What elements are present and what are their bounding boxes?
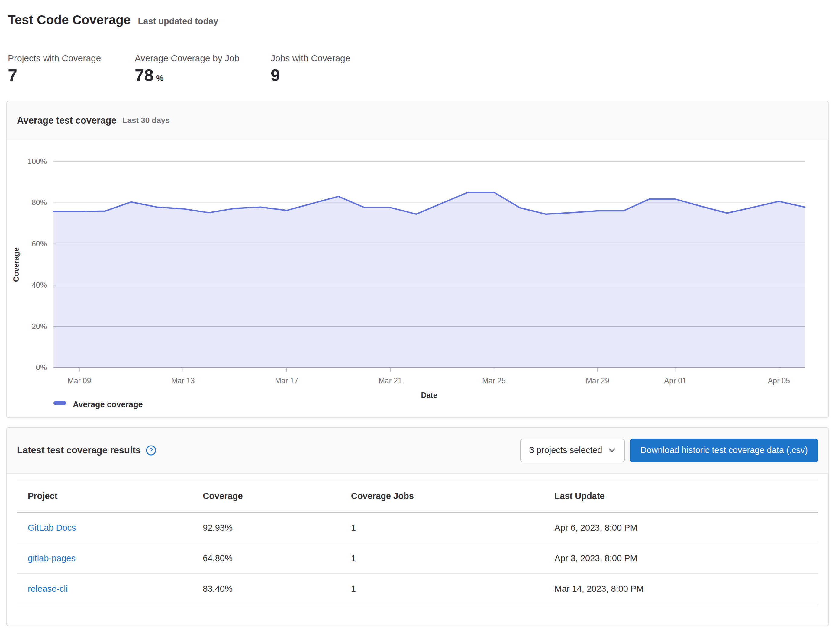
metric-label: Jobs with Coverage: [271, 53, 398, 63]
y-tick-label: 80%: [32, 198, 47, 207]
legend-swatch[interactable]: [54, 401, 66, 405]
y-tick-label: 0%: [36, 363, 47, 371]
y-axis-title: Coverage: [12, 247, 20, 282]
y-tick-label: 60%: [32, 239, 47, 248]
coverage-jobs-cell: 1: [346, 543, 550, 574]
coverage-cell: 64.80%: [198, 543, 346, 574]
chart-card-header: Average test coverage Last 30 days: [6, 102, 829, 140]
x-tick-label: Mar 29: [586, 376, 609, 385]
coverage-cell: 92.93%: [198, 512, 346, 543]
last-updated-text: Last updated today: [138, 16, 218, 26]
results-card-header: Latest test coverage results ? 3 project…: [6, 428, 829, 474]
column-header-coverage-jobs: Coverage Jobs: [346, 480, 550, 513]
x-tick-label: Apr 05: [768, 376, 790, 385]
results-table-wrap: Project Coverage Coverage Jobs Last Upda…: [6, 474, 829, 626]
projects-selected-label: 3 projects selected: [529, 445, 603, 455]
last-update-cell: Mar 14, 2023, 8:00 PM: [550, 574, 818, 604]
coverage-cell: 83.40%: [198, 574, 346, 604]
chart-card-title: Average test coverage: [17, 115, 117, 126]
question-mark-circle-icon[interactable]: ?: [146, 445, 156, 456]
coverage-area-chart[interactable]: 0%20%40%60%80%100%Mar 09Mar 13Mar 17Mar …: [6, 140, 829, 417]
column-header-project: Project: [17, 480, 198, 513]
results-card-title: Latest test coverage results: [17, 445, 141, 456]
project-link[interactable]: GitLab Docs: [28, 523, 76, 532]
column-header-coverage: Coverage: [198, 480, 346, 513]
results-controls: 3 projects selected Download historic te…: [520, 439, 818, 462]
chart-body: 0%20%40%60%80%100%Mar 09Mar 13Mar 17Mar …: [6, 140, 829, 417]
x-tick-label: Mar 13: [171, 376, 195, 385]
metric-jobs-with-coverage: Jobs with Coverage 9: [271, 53, 398, 84]
coverage-jobs-cell: 1: [346, 574, 550, 604]
metric-label: Average Coverage by Job: [135, 53, 271, 63]
metric-average-coverage-by-job: Average Coverage by Job 78 %: [135, 53, 271, 84]
page-header: Test Code Coverage Last updated today: [8, 13, 829, 27]
x-tick-label: Mar 09: [68, 376, 91, 385]
chart-card-subtitle: Last 30 days: [123, 116, 170, 125]
page-title: Test Code Coverage: [8, 13, 131, 27]
y-tick-label: 100%: [28, 157, 47, 165]
latest-results-card: Latest test coverage results ? 3 project…: [6, 427, 829, 626]
table-row: GitLab Docs 92.93% 1 Apr 6, 2023, 8:00 P…: [17, 512, 818, 543]
coverage-area-fill: [54, 192, 805, 367]
x-tick-label: Mar 17: [275, 376, 299, 385]
x-axis-title: Date: [421, 391, 437, 399]
metrics-row: Projects with Coverage 7 Average Coverag…: [8, 53, 829, 84]
column-header-last-update: Last Update: [550, 480, 818, 513]
svg-text:?: ?: [149, 447, 153, 454]
project-link[interactable]: release-cli: [28, 584, 68, 594]
metric-value: 78: [135, 66, 153, 84]
projects-selected-dropdown[interactable]: 3 projects selected: [520, 439, 625, 462]
download-csv-button[interactable]: Download historic test coverage data (.c…: [630, 439, 818, 462]
chevron-down-icon: [608, 448, 616, 453]
metric-label: Projects with Coverage: [8, 53, 135, 63]
average-test-coverage-card: Average test coverage Last 30 days 0%20%…: [6, 101, 829, 418]
last-update-cell: Apr 3, 2023, 8:00 PM: [550, 543, 818, 574]
x-tick-label: Mar 25: [482, 376, 506, 385]
project-link[interactable]: gitlab-pages: [28, 553, 76, 563]
legend-label[interactable]: Average coverage: [73, 400, 143, 409]
last-update-cell: Apr 6, 2023, 8:00 PM: [550, 512, 818, 543]
coverage-results-table: Project Coverage Coverage Jobs Last Upda…: [17, 480, 818, 604]
metric-suffix: %: [156, 74, 163, 83]
metric-projects-with-coverage: Projects with Coverage 7: [8, 53, 135, 84]
metric-value: 9: [271, 66, 280, 84]
x-tick-label: Apr 01: [664, 376, 686, 385]
test-code-coverage-page: Test Code Coverage Last updated today Pr…: [0, 0, 835, 626]
y-tick-label: 20%: [32, 322, 47, 330]
table-row: gitlab-pages 64.80% 1 Apr 3, 2023, 8:00 …: [17, 543, 818, 574]
coverage-jobs-cell: 1: [346, 512, 550, 543]
table-row: release-cli 83.40% 1 Mar 14, 2023, 8:00 …: [17, 574, 818, 604]
metric-value: 7: [8, 66, 17, 84]
table-header-row: Project Coverage Coverage Jobs Last Upda…: [17, 480, 818, 513]
y-tick-label: 40%: [32, 281, 47, 289]
x-tick-label: Mar 21: [379, 376, 402, 385]
